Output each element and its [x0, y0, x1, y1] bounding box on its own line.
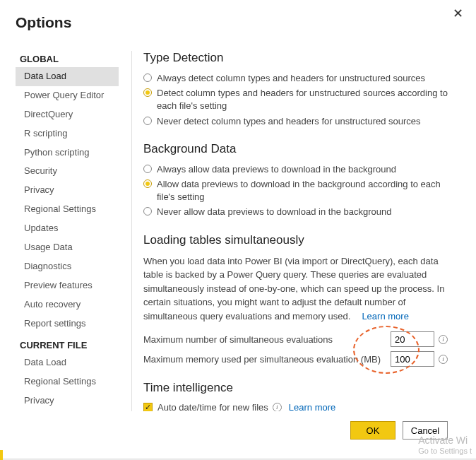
- sidebar-item[interactable]: Security: [16, 162, 119, 181]
- info-icon[interactable]: i: [439, 335, 448, 344]
- sidebar-item[interactable]: R scripting: [16, 124, 119, 143]
- sidebar-item[interactable]: Data Load: [16, 353, 119, 372]
- radio-icon: [143, 88, 152, 97]
- radio-icon: [143, 165, 152, 173]
- radio-option[interactable]: Never allow data previews to download in…: [143, 206, 448, 218]
- radio-option[interactable]: Allow data previews to download in the b…: [143, 178, 448, 204]
- sidebar-item[interactable]: Privacy: [16, 391, 119, 411]
- radio-label: Never detect column types and headers fo…: [157, 115, 448, 128]
- radio-label: Detect column types and headers for unst…: [157, 87, 448, 112]
- sidebar-section-header: GLOBAL: [16, 51, 119, 67]
- radio-option[interactable]: Never detect column types and headers fo…: [143, 115, 448, 128]
- group-title-loading: Loading tables simultaneously: [143, 233, 448, 247]
- sidebar-section-header: CURRENT FILE: [16, 337, 119, 353]
- radio-option[interactable]: Detect column types and headers for unst…: [143, 87, 448, 112]
- radio-label: Always allow data previews to download i…: [157, 163, 448, 176]
- radio-icon: [143, 117, 152, 125]
- sidebar-item[interactable]: Data Load: [16, 67, 119, 86]
- group-title-time-intelligence: Time intelligence: [143, 381, 448, 395]
- learn-more-link-loading[interactable]: Learn more: [362, 311, 408, 322]
- dialog-footer: OK Cancel: [16, 411, 460, 440]
- auto-date-time-checkbox[interactable]: ✓: [143, 403, 153, 411]
- vertical-divider: [131, 51, 132, 411]
- sidebar-item[interactable]: Preview features: [16, 276, 119, 295]
- group-title-type-detection: Type Detection: [143, 51, 448, 65]
- radio-label: Always detect column types and headers f…: [157, 72, 448, 85]
- sidebar-item[interactable]: Regional Settings: [16, 200, 119, 219]
- info-icon[interactable]: i: [273, 403, 282, 411]
- max-evaluations-input[interactable]: [391, 331, 434, 347]
- cancel-button[interactable]: Cancel: [403, 421, 448, 440]
- radio-icon: [143, 179, 152, 188]
- sidebar-item[interactable]: Power Query Editor: [16, 86, 119, 105]
- checkbox-label: Auto date/time for new files: [157, 402, 268, 411]
- sidebar: GLOBALData LoadPower Query EditorDirectQ…: [16, 51, 124, 411]
- loading-description: When you load data into Power BI (via im…: [143, 254, 448, 324]
- group-title-background-data: Background Data: [143, 142, 448, 156]
- accent-stub: [0, 450, 3, 460]
- sidebar-item[interactable]: Report settings: [16, 314, 119, 334]
- sidebar-item[interactable]: Auto recovery: [16, 411, 119, 411]
- sidebar-item[interactable]: Auto recovery: [16, 295, 119, 314]
- close-icon[interactable]: ✕: [453, 6, 463, 21]
- radio-option[interactable]: Always detect column types and headers f…: [143, 72, 448, 85]
- radio-label: Never allow data previews to download in…: [157, 206, 448, 218]
- sidebar-item[interactable]: Privacy: [16, 181, 119, 200]
- field-row-max-evals: Maximum number of simultaneous evaluatio…: [143, 331, 448, 347]
- learn-more-link-time-intel[interactable]: Learn more: [289, 402, 335, 411]
- sidebar-item[interactable]: Usage Data: [16, 238, 119, 257]
- field-label: Maximum memory used per simultaneous eva…: [143, 354, 391, 365]
- info-icon[interactable]: i: [439, 355, 448, 364]
- radio-label: Allow data previews to download in the b…: [157, 178, 448, 204]
- sidebar-item[interactable]: Python scripting: [16, 143, 119, 163]
- sidebar-item[interactable]: Updates: [16, 219, 119, 238]
- sidebar-item[interactable]: Diagnostics: [16, 257, 119, 276]
- radio-icon: [143, 207, 152, 216]
- field-label: Maximum number of simultaneous evaluatio…: [143, 334, 391, 345]
- field-row-max-memory: Maximum memory used per simultaneous eva…: [143, 351, 448, 367]
- radio-option[interactable]: Always allow data previews to download i…: [143, 163, 448, 176]
- ok-button[interactable]: OK: [350, 421, 395, 440]
- max-memory-input[interactable]: [391, 351, 434, 367]
- dialog-title: Options: [16, 14, 460, 31]
- sidebar-item[interactable]: Regional Settings: [16, 372, 119, 391]
- sidebar-item[interactable]: DirectQuery: [16, 105, 119, 124]
- content-pane: Type Detection Always detect column type…: [136, 51, 460, 411]
- radio-icon: [143, 73, 152, 82]
